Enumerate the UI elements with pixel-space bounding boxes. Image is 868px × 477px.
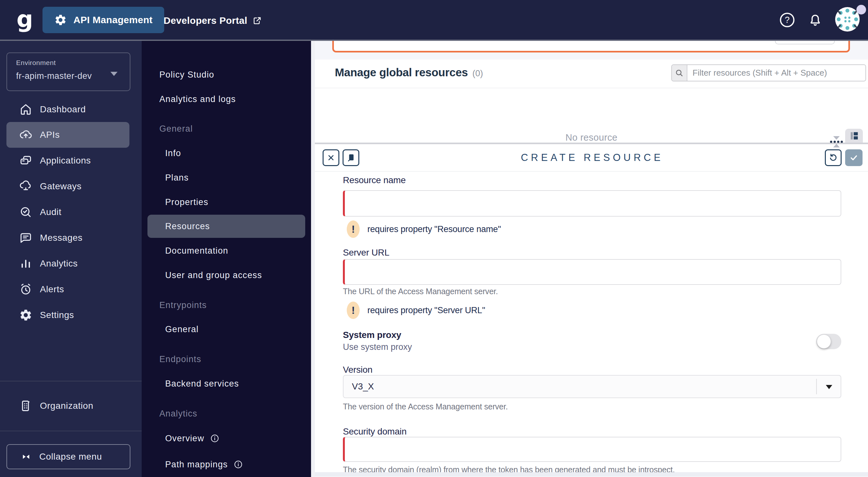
info-icon: [210, 434, 220, 443]
sidebar-item-alerts[interactable]: Alerts: [6, 277, 129, 302]
resize-handle[interactable]: [829, 136, 843, 151]
api-menu-item-properties[interactable]: Properties: [148, 191, 305, 214]
environment-select[interactable]: Environment fr-apim-master-dev: [6, 53, 130, 91]
sidebar-item-audit[interactable]: Audit: [6, 199, 129, 225]
empty-state-message: No resource: [315, 132, 868, 143]
warning-icon: !: [347, 301, 360, 319]
toggle-knob: [817, 335, 831, 349]
sidebar-item-applications[interactable]: Applications: [6, 148, 129, 173]
server-url-hint: The URL of the Access Management server.: [343, 287, 498, 296]
system-proxy-label: System proxy: [343, 330, 401, 340]
info-icon: [234, 459, 243, 469]
svg-text:?: ?: [785, 15, 789, 25]
scrollbar[interactable]: [311, 41, 315, 477]
sidebar-item-apis[interactable]: APIs: [6, 122, 129, 148]
divider: [0, 431, 142, 431]
version-hint: The version of the Access Management ser…: [343, 402, 508, 411]
resource-name-error: ! requires property "Resource name": [347, 220, 501, 238]
message-icon: [19, 231, 33, 245]
version-value: V3_X: [352, 381, 374, 392]
api-menu-item-overview[interactable]: Overview: [148, 427, 305, 450]
audit-search-icon: [19, 205, 33, 219]
triangle-down-icon: [833, 136, 840, 140]
sidebar-item-analytics[interactable]: Analytics: [6, 251, 129, 277]
api-menu-section-entrypoints: Entrypoints: [148, 293, 305, 317]
server-url-input[interactable]: [343, 259, 841, 285]
api-menu: Policy Studio Analytics and logs General…: [142, 41, 311, 477]
gateway-cloud-icon: [19, 179, 33, 193]
divider: [0, 381, 142, 381]
resource-name-label: Resource name: [343, 175, 406, 185]
api-menu-item-backend-services[interactable]: Backend services: [148, 372, 305, 395]
version-select[interactable]: V3_X: [343, 375, 841, 398]
help-button[interactable]: ?: [778, 0, 796, 40]
notifications-button[interactable]: [807, 0, 824, 40]
divider: [315, 88, 868, 88]
api-menu-item-resources[interactable]: Resources: [148, 215, 305, 238]
gravitee-logo[interactable]: g: [13, 8, 36, 32]
api-menu-section-general: General: [148, 117, 305, 140]
applications-icon: [19, 154, 33, 168]
chevron-down-icon: [111, 72, 118, 76]
api-menu-item-path-mappings[interactable]: Path mappings: [148, 453, 305, 476]
api-menu-item-analytics-and-logs[interactable]: Analytics and logs: [148, 88, 305, 111]
api-menu-item-documentation[interactable]: Documentation: [148, 239, 305, 262]
divider: [816, 379, 817, 394]
server-url-error: ! requires property "Server URL": [347, 301, 485, 319]
close-button[interactable]: [322, 149, 339, 166]
check-icon: [849, 153, 859, 163]
panel-layout-icon: [848, 130, 860, 141]
resource-count: (0): [472, 69, 483, 78]
alarm-clock-icon: [19, 282, 33, 296]
api-menu-item-plans[interactable]: Plans: [148, 166, 305, 189]
developers-portal-label: Developers Portal: [163, 15, 247, 26]
security-domain-label: Security domain: [343, 426, 407, 437]
sidebar-item-organization[interactable]: Organization: [6, 393, 129, 419]
bottom-fade: [315, 472, 868, 477]
api-management-button[interactable]: API Management: [42, 7, 164, 33]
triangle-up-icon: [833, 144, 840, 148]
sidebar-item-messages[interactable]: Messages: [6, 225, 129, 251]
api-menu-item-info[interactable]: Info: [148, 141, 305, 165]
main-content: Manage global resources (0) No resource: [315, 41, 868, 477]
home-icon: [19, 102, 33, 117]
external-link-icon: [252, 16, 262, 25]
environment-label: Environment: [16, 59, 56, 67]
api-menu-section-endpoints: Endpoints: [148, 348, 305, 371]
api-menu-item-general[interactable]: General: [148, 318, 305, 341]
security-domain-input[interactable]: [343, 437, 841, 462]
close-icon: [327, 154, 335, 162]
cloud-upload-icon: [19, 128, 33, 142]
filter-resources: [671, 64, 866, 82]
sidebar-item-dashboard[interactable]: Dashboard: [6, 97, 129, 122]
confirm-button[interactable]: [845, 149, 863, 166]
collapse-menu-button[interactable]: Collapse menu: [6, 444, 130, 469]
api-menu-item-policy-studio[interactable]: Policy Studio: [148, 63, 305, 86]
collapse-icon: [21, 451, 32, 462]
gear-icon: [54, 13, 67, 26]
filter-resources-input[interactable]: [687, 65, 865, 81]
app-root: g API Management Developers Portal ?: [0, 0, 868, 477]
panel-toggle-button[interactable]: [845, 129, 863, 142]
reset-icon: [828, 153, 838, 163]
building-icon: [19, 399, 33, 413]
environment-value: fr-apim-master-dev: [16, 71, 92, 81]
sidebar-item-settings[interactable]: Settings: [6, 302, 129, 328]
developers-portal-link[interactable]: Developers Portal: [163, 0, 262, 41]
api-menu-item-user-and-group-access[interactable]: User and group access: [148, 264, 305, 287]
bar-chart-icon: [19, 257, 33, 271]
sidebar-item-gateways[interactable]: Gateways: [6, 173, 129, 199]
reset-button[interactable]: [825, 149, 842, 166]
system-proxy-toggle[interactable]: [816, 334, 841, 349]
clipped-button[interactable]: [775, 41, 835, 44]
create-resource-form: Resource name ! requires property "Resou…: [343, 171, 841, 477]
panel-header: CREATE RESOURCE: [315, 144, 868, 171]
system-proxy-description: Use system proxy: [343, 342, 412, 352]
documentation-button[interactable]: [343, 149, 359, 166]
search-icon: [672, 65, 687, 81]
panel-title: CREATE RESOURCE: [359, 152, 825, 163]
book-icon: [346, 153, 356, 163]
server-url-label: Server URL: [343, 248, 389, 258]
resource-name-input[interactable]: [343, 190, 841, 217]
api-management-label: API Management: [73, 14, 153, 25]
